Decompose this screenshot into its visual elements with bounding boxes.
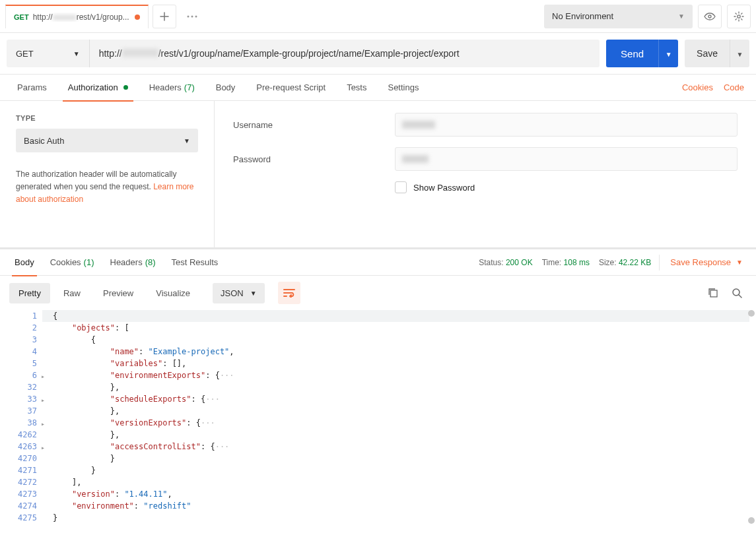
svg-point-0 xyxy=(187,15,189,17)
tab-headers[interactable]: Headers (7) xyxy=(139,75,205,101)
password-input[interactable] xyxy=(395,147,738,171)
authorization-panel: TYPE Basic Auth ▼ The authorization head… xyxy=(0,101,756,249)
auth-type-select[interactable]: Basic Auth ▼ xyxy=(16,129,198,152)
username-label: Username xyxy=(233,120,395,130)
tab-options-button[interactable] xyxy=(180,5,204,28)
environment-select[interactable]: No Environment ▼ xyxy=(544,5,693,28)
svg-point-4 xyxy=(738,15,740,17)
line-gutter: 123456▸3233▸3738▸42624263▸42704271427242… xyxy=(0,310,41,524)
auth-type-label: TYPE xyxy=(16,114,198,122)
send-dropdown-button[interactable]: ▼ xyxy=(658,40,678,67)
http-method-value: GET xyxy=(16,49,34,59)
show-password-row: Show Password xyxy=(395,181,738,193)
tab-params[interactable]: Params xyxy=(7,75,57,101)
resp-tab-tests[interactable]: Test Results xyxy=(164,249,226,276)
copy-icon xyxy=(708,288,718,298)
format-bar: Pretty Raw Preview Visualize JSON ▼ xyxy=(0,276,756,310)
response-meta: Status: 200 OK Time: 108 ms Size: 42.22 … xyxy=(479,258,651,267)
size-value: 42.22 KB xyxy=(619,258,651,267)
url-bar: GET ▼ http:///rest/v1/group/name/Example… xyxy=(0,33,756,75)
scrollbar-thumb[interactable] xyxy=(748,310,755,317)
chevron-down-icon: ▼ xyxy=(736,259,743,266)
fmt-lang-select[interactable]: JSON ▼ xyxy=(213,283,265,303)
username-row: Username xyxy=(233,113,738,137)
copy-response-button[interactable] xyxy=(703,283,723,303)
tab-tests[interactable]: Tests xyxy=(336,75,377,101)
scrollbar-thumb[interactable] xyxy=(748,517,755,524)
new-tab-button[interactable] xyxy=(153,5,176,28)
tab-title: http://xxxxxxrest/v1/group... xyxy=(33,13,129,22)
code-link[interactable]: Code xyxy=(718,82,749,92)
status-value: 200 OK xyxy=(506,258,533,267)
tab-settings[interactable]: Settings xyxy=(377,75,429,101)
chevron-down-icon: ▼ xyxy=(737,51,743,58)
chevron-down-icon: ▼ xyxy=(250,290,257,297)
fold-toggle-icon[interactable]: ▸ xyxy=(41,418,45,430)
eye-icon xyxy=(704,13,716,20)
environment-label: No Environment xyxy=(552,11,613,21)
show-password-label: Show Password xyxy=(413,183,475,193)
chevron-down-icon: ▼ xyxy=(184,137,190,144)
save-button-group: Save ▼ xyxy=(685,40,749,67)
username-input[interactable] xyxy=(395,113,738,137)
http-method-select[interactable]: GET ▼ xyxy=(7,40,90,67)
fold-toggle-icon[interactable]: ▸ xyxy=(41,371,45,383)
settings-button[interactable] xyxy=(727,5,751,28)
save-button[interactable]: Save xyxy=(685,40,730,67)
request-tab[interactable]: GET http://xxxxxxrest/v1/group... xyxy=(5,5,149,28)
method-url-container: GET ▼ http:///rest/v1/group/name/Example… xyxy=(7,40,600,67)
tab-authorization[interactable]: Authorization xyxy=(57,75,139,101)
active-dot-icon xyxy=(123,85,128,90)
fmt-preview-button[interactable]: Preview xyxy=(94,283,143,303)
url-input[interactable]: http:///rest/v1/group/name/Example-group… xyxy=(90,48,600,59)
chevron-down-icon: ▼ xyxy=(73,50,80,57)
password-row: Password xyxy=(233,147,738,171)
svg-rect-5 xyxy=(710,290,717,297)
save-response-button[interactable]: Save Response ▼ xyxy=(659,255,749,270)
resp-tab-cookies[interactable]: Cookies (1) xyxy=(42,249,102,276)
top-right-controls: No Environment ▼ xyxy=(544,5,751,28)
svg-point-2 xyxy=(195,15,197,17)
code-content: { "objects": [ { "name": "Example-projec… xyxy=(41,310,756,524)
tabs-row: GET http://xxxxxxrest/v1/group... xyxy=(5,5,544,28)
request-tabs: Params Authorization Headers (7) Body Pr… xyxy=(0,75,756,101)
tab-prerequest[interactable]: Pre-request Script xyxy=(246,75,336,101)
cookies-link[interactable]: Cookies xyxy=(677,82,718,92)
auth-type-value: Basic Auth xyxy=(24,136,64,146)
svg-point-3 xyxy=(708,15,711,18)
response-body-code[interactable]: 123456▸3233▸3738▸42624263▸42704271427242… xyxy=(0,310,756,524)
tab-body[interactable]: Body xyxy=(205,75,246,101)
resp-tab-headers[interactable]: Headers (8) xyxy=(102,249,164,276)
chevron-down-icon: ▼ xyxy=(666,51,672,58)
resp-tab-body[interactable]: Body xyxy=(7,249,42,276)
search-response-button[interactable] xyxy=(727,283,747,303)
show-password-checkbox[interactable] xyxy=(395,181,407,193)
fmt-pretty-button[interactable]: Pretty xyxy=(9,283,50,303)
tab-method: GET xyxy=(14,13,29,21)
search-icon xyxy=(732,288,742,298)
fold-toggle-icon[interactable]: ▸ xyxy=(41,442,45,454)
ellipsis-icon xyxy=(187,15,197,18)
auth-description: The authorization header will be automat… xyxy=(16,168,198,206)
env-quicklook-button[interactable] xyxy=(698,5,722,28)
unsaved-dot-icon xyxy=(135,15,140,20)
wrap-icon xyxy=(283,288,295,298)
fmt-visualize-button[interactable]: Visualize xyxy=(147,283,199,303)
fmt-raw-button[interactable]: Raw xyxy=(54,283,90,303)
password-label: Password xyxy=(233,154,395,164)
chevron-down-icon: ▼ xyxy=(678,13,685,20)
gear-icon xyxy=(734,11,744,22)
plus-icon xyxy=(160,12,169,21)
word-wrap-button[interactable] xyxy=(278,282,300,304)
response-tabs: Body Cookies (1) Headers (8) Test Result… xyxy=(0,249,756,276)
svg-point-1 xyxy=(191,15,193,17)
auth-fields: Username Password Show Password xyxy=(215,101,756,247)
top-tab-bar: GET http://xxxxxxrest/v1/group... No Env… xyxy=(0,0,756,33)
time-value: 108 ms xyxy=(564,258,590,267)
fold-toggle-icon[interactable]: ▸ xyxy=(41,394,45,406)
auth-type-sidebar: TYPE Basic Auth ▼ The authorization head… xyxy=(0,101,215,247)
save-dropdown-button[interactable]: ▼ xyxy=(730,40,749,67)
send-button[interactable]: Send xyxy=(606,40,658,67)
send-button-group: Send ▼ xyxy=(606,40,678,67)
